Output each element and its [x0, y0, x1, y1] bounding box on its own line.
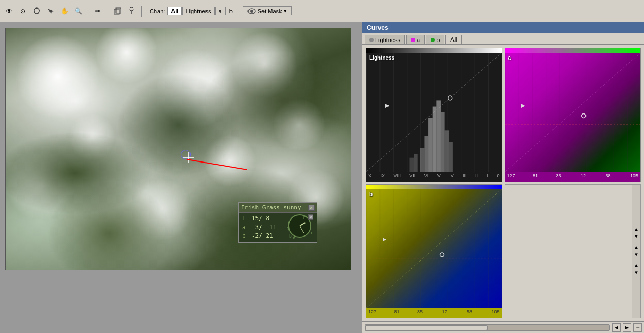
svg-point-5 — [250, 10, 253, 13]
axis-ix: IX — [380, 173, 385, 181]
axis-vi: VI — [424, 173, 429, 181]
clock-label-r: r — [303, 215, 306, 220]
right-arrow-bot2[interactable]: ▼ — [634, 270, 639, 275]
tab-a[interactable]: a — [406, 35, 425, 44]
curve-box-b[interactable]: ▶ 127 81 35 -12 -58 -105 b — [366, 184, 502, 319]
svg-rect-13 — [441, 112, 445, 172]
axis-ii: II — [475, 173, 478, 181]
curve-box-placeholder: ▲ ▼ ▲ ▼ ▲ ▼ — [505, 184, 641, 319]
popup-clock: b g r m c ✕ — [288, 214, 313, 240]
clock-label-b: b — [289, 234, 292, 239]
b-curve-area: ▶ — [366, 189, 502, 308]
toolbar: 👁 ⊙ ✋ 🔍 ✏ Chan: All Lightness a b Set Ma… — [0, 0, 644, 22]
right-arrow-mid2[interactable]: ▼ — [634, 252, 639, 257]
right-arrow-bot[interactable]: ▲ — [634, 263, 639, 268]
clock-label-m: m — [287, 226, 290, 231]
a-axis-n58: -58 — [604, 173, 610, 181]
b-label: b — [369, 191, 373, 197]
tab-dot-b — [431, 38, 435, 42]
set-mask-arrow: ▾ — [284, 7, 287, 14]
chan-label: Chan: — [150, 8, 165, 14]
right-arrow-down[interactable]: ▼ — [634, 234, 639, 239]
axis-viii: VIII — [393, 173, 401, 181]
lightness-arrow: ▶ — [385, 103, 389, 108]
curve-box-a[interactable]: ▶ 127 81 35 -12 -58 -105 a — [505, 48, 641, 182]
axis-x: X — [368, 173, 371, 181]
right-arrow-mid[interactable]: ▲ — [634, 245, 639, 250]
curve-box-lightness[interactable]: ▶ X IX VIII VII VI V IV III II I 0 Light… — [366, 48, 502, 182]
clock-labels: b g — [289, 234, 295, 239]
clock-minute-hand — [300, 226, 304, 233]
main-area: Irish Grass sunny ✕ L 15/ 8 a -3/ -11 b — [0, 22, 644, 333]
tool-pencil[interactable]: ✏ — [92, 5, 104, 17]
tool-lasso[interactable] — [31, 5, 43, 17]
b-axis: 127 81 35 -12 -58 -105 — [366, 308, 502, 318]
popup-row-a: a -3/ -11 — [242, 223, 286, 232]
tab-b[interactable]: b — [426, 35, 444, 44]
right-arrow-up[interactable]: ▲ — [634, 227, 639, 232]
separator-1 — [88, 6, 88, 17]
scroll-right-arrow[interactable]: ▶ — [623, 323, 631, 332]
scroll-track[interactable] — [365, 324, 610, 331]
tab-lightness[interactable]: Lightness — [365, 35, 405, 44]
chan-b-btn[interactable]: b — [226, 7, 236, 15]
svg-rect-17 — [409, 158, 414, 172]
zoom-out-button[interactable]: − — [633, 323, 642, 332]
tool-zoom[interactable]: 🔍 — [72, 5, 84, 17]
b-axis-n12: -12 — [440, 309, 447, 316]
label-a: a — [242, 223, 250, 232]
info-popup: Irish Grass sunny ✕ L 15/ 8 a -3/ -11 b — [238, 202, 317, 243]
chan-lightness-btn[interactable]: Lightness — [182, 7, 214, 15]
a-curve-area: ▶ — [505, 53, 641, 172]
popup-row-b: b -2/ 21 — [242, 232, 286, 241]
svg-rect-12 — [436, 100, 441, 172]
bottom-scrollbar: ◀ ▶ − — [362, 321, 644, 333]
b-gradient-bar — [366, 185, 502, 189]
tool-sample[interactable] — [126, 5, 137, 17]
set-mask-label: Set Mask — [258, 8, 282, 14]
chan-a-btn[interactable]: a — [215, 7, 226, 15]
lightness-grid-svg — [366, 53, 502, 172]
canvas-area: Irish Grass sunny ✕ L 15/ 8 a -3/ -11 b — [0, 22, 362, 333]
separator-2 — [108, 6, 108, 17]
label-b: b — [242, 232, 250, 241]
tool-circle[interactable]: ⊙ — [17, 5, 29, 17]
a-axis-81: 81 — [533, 173, 538, 181]
popup-row-l: L 15/ 8 — [242, 214, 286, 223]
svg-rect-11 — [433, 107, 437, 172]
popup-values: L 15/ 8 a -3/ -11 b -2/ 21 — [242, 214, 286, 241]
lightness-gradient-bar — [366, 48, 502, 53]
tool-select[interactable] — [45, 5, 56, 17]
tool-hand[interactable]: ✋ — [59, 5, 70, 17]
a-axis-n12: -12 — [579, 173, 586, 181]
a-label: a — [508, 55, 511, 61]
clock-label-g: g — [293, 234, 295, 239]
tab-dot-lightness — [369, 38, 374, 42]
clock-label-c: c — [311, 231, 313, 235]
popup-content: L 15/ 8 a -3/ -11 b -2/ 21 — [239, 213, 317, 242]
clock-close[interactable]: ✕ — [308, 214, 313, 220]
svg-point-2 — [130, 7, 133, 11]
curves-tabs: Lightness a b All — [362, 33, 644, 45]
set-mask-button[interactable]: Set Mask ▾ — [243, 6, 292, 15]
chan-all-btn[interactable]: All — [167, 7, 182, 15]
a-axis-n105: -105 — [629, 173, 638, 181]
popup-close-button[interactable]: ✕ — [308, 205, 315, 211]
tab-all[interactable]: All — [445, 35, 461, 44]
axis-iii: III — [463, 173, 467, 181]
b-axis-127: 127 — [368, 309, 376, 316]
value-a: -3/ -11 — [252, 223, 276, 232]
popup-title: Irish Grass sunny — [241, 204, 301, 211]
svg-rect-14 — [445, 130, 449, 172]
tool-eye[interactable]: 👁 — [3, 5, 15, 17]
scroll-thumb[interactable] — [365, 325, 488, 330]
curves-content: ▶ X IX VIII VII VI V IV III II I 0 Light… — [362, 45, 644, 321]
chan-buttons: All Lightness a b — [167, 7, 236, 15]
a-axis: 127 81 35 -12 -58 -105 — [505, 172, 641, 182]
svg-rect-9 — [424, 136, 428, 172]
tab-dot-a — [411, 38, 415, 42]
value-b: -2/ 21 — [252, 232, 273, 241]
tool-copy[interactable] — [112, 5, 123, 17]
scroll-left-arrow[interactable]: ◀ — [612, 323, 621, 332]
b-arrow: ▶ — [383, 237, 386, 242]
